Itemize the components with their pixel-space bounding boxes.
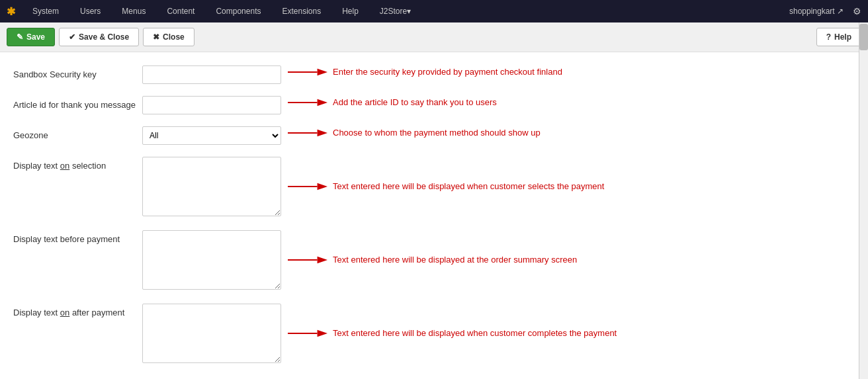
sandbox-desc-area: Enter the security key provided by payme… xyxy=(288,65,562,79)
nav-help[interactable]: Help xyxy=(338,7,363,16)
sandbox-input[interactable] xyxy=(142,65,281,84)
help-icon: ? xyxy=(826,32,831,42)
display-selection-arrow-svg xyxy=(288,180,327,193)
article-desc-text: Add the article ID to say thank you to u… xyxy=(333,97,497,108)
display-selection-input-area xyxy=(142,157,281,218)
save-close-label: Save & Close xyxy=(79,32,129,42)
save-close-button[interactable]: ✔ Save & Close xyxy=(59,28,139,46)
check-icon: ✔ xyxy=(69,32,75,42)
svg-marker-3 xyxy=(318,99,327,106)
display-after-label: Display text on after payment xyxy=(13,304,142,317)
save-icon: ✎ xyxy=(17,32,23,42)
display-before-label: Display text before payment xyxy=(13,230,142,244)
svg-marker-7 xyxy=(318,183,327,190)
sandbox-desc-text: Enter the security key provided by payme… xyxy=(333,66,562,78)
nav-components[interactable]: Components xyxy=(212,7,265,16)
article-label: Article id for thank you message xyxy=(13,96,142,110)
display-selection-label: Display text on selection xyxy=(13,157,142,171)
display-after-desc-text: Text entered here will be displayed when… xyxy=(333,327,617,339)
sandbox-input-area xyxy=(142,65,281,84)
scrollbar[interactable] xyxy=(859,22,868,379)
nav-system[interactable]: System xyxy=(28,7,63,16)
scrollbar-thumb[interactable] xyxy=(859,24,868,50)
navbar-right: shoppingkart ↗ ⚙ xyxy=(789,6,861,17)
display-after-textarea[interactable] xyxy=(142,304,281,363)
gear-icon[interactable]: ⚙ xyxy=(853,6,861,17)
article-arrow-svg xyxy=(288,96,327,109)
nav-users[interactable]: Users xyxy=(76,7,105,16)
geozone-arrow-svg xyxy=(288,126,327,140)
svg-marker-1 xyxy=(318,69,327,75)
main-content: Sandbox Security key Enter the security … xyxy=(0,52,868,379)
navbar-brand: ✱ xyxy=(7,5,15,18)
save-label: Save xyxy=(26,32,45,42)
arrow-svg xyxy=(288,65,327,79)
geozone-row: Geozone All Choose to whom the payment m… xyxy=(13,126,855,145)
svg-marker-5 xyxy=(318,130,327,136)
display-before-input-area xyxy=(142,230,281,292)
display-after-arrow-icon xyxy=(288,327,327,340)
nav-menus[interactable]: Menus xyxy=(118,7,150,16)
display-selection-arrow-icon xyxy=(288,180,327,193)
nav-content[interactable]: Content xyxy=(163,7,198,16)
article-input[interactable] xyxy=(142,96,281,114)
display-after-row: Display text on after payment Text enter… xyxy=(13,304,855,365)
nav-extensions[interactable]: Extensions xyxy=(278,7,325,16)
help-label: Help xyxy=(834,32,851,42)
close-label: Close xyxy=(163,32,185,42)
sandbox-row: Sandbox Security key Enter the security … xyxy=(13,65,855,84)
article-row: Article id for thank you message Add the… xyxy=(13,96,855,114)
article-input-area xyxy=(142,96,281,114)
navbar: ✱ System Users Menus Content Components … xyxy=(0,0,868,22)
geozone-desc-area: Choose to whom the payment method should… xyxy=(288,126,541,140)
nav-j2store[interactable]: J2Store▾ xyxy=(376,7,415,16)
close-button[interactable]: ✖ Close xyxy=(143,28,195,46)
display-before-row: Display text before payment Text entered… xyxy=(13,230,855,292)
geozone-label: Geozone xyxy=(13,126,142,140)
navbar-shoppingkart-link[interactable]: shoppingkart ↗ xyxy=(789,7,844,16)
display-selection-desc-area: Text entered here will be displayed when… xyxy=(288,180,604,193)
save-button[interactable]: ✎ Save xyxy=(7,28,55,46)
svg-marker-9 xyxy=(318,257,327,263)
geozone-desc-text: Choose to whom the payment method should… xyxy=(333,127,541,139)
article-arrow-icon xyxy=(288,96,327,109)
display-after-desc-area: Text entered here will be displayed when… xyxy=(288,327,617,340)
toolbar: ✎ Save ✔ Save & Close ✖ Close ? Help xyxy=(0,22,868,52)
display-selection-row: Display text on selection Text entered h… xyxy=(13,157,855,218)
display-before-arrow-icon xyxy=(288,253,327,267)
help-button[interactable]: ? Help xyxy=(816,28,861,46)
display-after-arrow-svg xyxy=(288,327,327,340)
display-after-input-area xyxy=(142,304,281,365)
geozone-input-area: All xyxy=(142,126,281,145)
sandbox-arrow-icon xyxy=(288,65,327,79)
display-before-desc-area: Text entered here will be displayed at t… xyxy=(288,253,577,267)
close-icon: ✖ xyxy=(153,32,159,42)
sandbox-label: Sandbox Security key xyxy=(13,65,142,79)
geozone-select[interactable]: All xyxy=(142,126,281,145)
article-desc-area: Add the article ID to say thank you to u… xyxy=(288,96,497,109)
geozone-arrow-icon xyxy=(288,126,327,140)
display-before-desc-text: Text entered here will be displayed at t… xyxy=(333,254,577,266)
display-selection-desc-text: Text entered here will be displayed when… xyxy=(333,181,604,192)
display-before-arrow-svg xyxy=(288,253,327,267)
display-before-textarea[interactable] xyxy=(142,230,281,290)
svg-marker-11 xyxy=(318,330,327,337)
display-selection-textarea[interactable] xyxy=(142,157,281,216)
